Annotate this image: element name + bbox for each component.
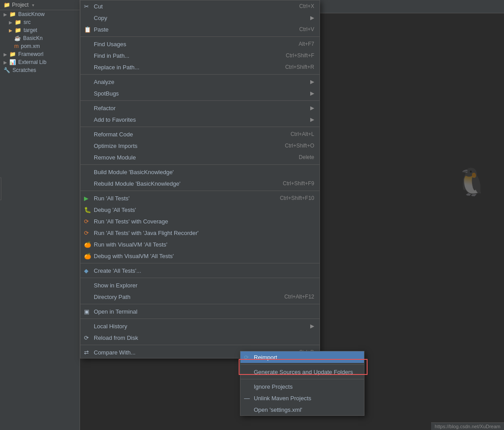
url-bar: https://blog.csdn.net/XuDream [431,422,504,430]
menu-label: SpotBugs [94,90,119,97]
paste-icon: 📋 [84,26,91,33]
remove-shortcut: Delete [299,154,314,160]
menu-label: Cut [94,3,103,10]
src-folder-icon: 📁 [15,19,21,25]
terminal-icon: ▣ [84,308,89,315]
menu-item-cut[interactable]: ✂ Cut Ctrl+X [80,0,320,12]
menu-item-reload-disk[interactable]: ⟳ Reload from Disk [80,332,320,343]
submenu-label: Open 'settings.xml' [254,406,302,413]
context-menu: ✂ Cut Ctrl+X Copy ▶ 📋 Paste Ctrl+V Find … [80,0,320,358]
expand-arrow: ▶ [4,52,7,57]
submenu-item-reimport[interactable]: ⟳ Reimport [240,351,364,363]
sidebar-item-basicknow[interactable]: ▶ 📁 BasicKnow [0,10,80,18]
divider-3 [80,100,320,101]
sidebar-item-framework[interactable]: ▶ 📁 Frameworl [0,50,80,58]
menu-item-rebuild-module[interactable]: Rebuild Module 'BasicKnowledge' Ctrl+Shi… [80,178,320,189]
menu-label: Compare With... [94,349,136,356]
sidebar-item-label: src [24,19,31,25]
menu-item-create-tests[interactable]: ◆ Create 'All Tests'... [80,265,320,276]
structure-side-tab[interactable]: Structure [0,178,1,200]
menu-item-spotbugs[interactable]: SpotBugs ▶ [80,88,320,99]
maven-icon: m [14,43,19,49]
menu-label: Local History [94,323,127,330]
menu-item-directory-path[interactable]: Directory Path Ctrl+Alt+F12 [80,291,320,303]
menu-label: Run 'All Tests' with 'Java Flight Record… [94,230,199,236]
sidebar-item-scratches[interactable]: 🔧 Scratches [0,66,80,74]
dir-path-shortcut: Ctrl+Alt+F12 [284,294,314,300]
menu-item-find-usages[interactable]: Find Usages Alt+F7 [80,38,320,50]
divider-1 [80,36,320,37]
reimport-icon: ⟳ [244,354,249,361]
reformat-shortcut: Ctrl+Alt+L [291,131,314,137]
dropdown-arrow[interactable]: ▾ [32,3,34,8]
menu-item-show-explorer[interactable]: Show in Explorer [80,279,320,291]
menu-label: Rebuild Module 'BasicKnowledge' [94,180,180,187]
folder-icon: 📁 [9,11,16,17]
sidebar-item-label: Frameworl [18,51,44,57]
menu-label: Run 'All Tests' with Coverage [94,218,168,225]
menu-label: Paste [94,26,108,33]
visualvm2-icon: 🍊 [84,253,91,259]
decorative-mascot: 🐧 [455,169,491,204]
menu-label: Debug 'All Tests' [94,207,136,213]
menu-item-refactor[interactable]: Refactor ▶ [80,102,320,114]
replace-path-shortcut: Ctrl+Shift+R [285,64,314,70]
menu-item-debug-tests[interactable]: 🐛 Debug 'All Tests' [80,204,320,215]
divider-7 [80,263,320,263]
menu-label: Optimize Imports [94,143,137,149]
menu-item-local-history[interactable]: Local History ▶ [80,320,320,332]
expand-arrow-open: ▶ [9,28,12,33]
cut-icon: ✂ [84,3,89,10]
menu-item-copy[interactable]: Copy ▶ [80,12,320,24]
menu-item-analyze[interactable]: Analyze ▶ [80,76,320,88]
sidebar-item-label: target [24,27,37,33]
menu-label: Refactor [94,105,116,111]
menu-item-reformat[interactable]: Reformat Code Ctrl+Alt+L [80,128,320,140]
menu-label: Reload from Disk [94,334,138,341]
submenu-item-ignore[interactable]: Ignore Projects [240,381,364,392]
sidebar-item-target[interactable]: ▶ 📁 target [0,26,80,34]
menu-item-replace-in-path[interactable]: Replace in Path... Ctrl+Shift+R [80,61,320,73]
menu-label: Add to Favorites [94,116,136,123]
sidebar-item-src[interactable]: ▶ 📁 src [0,18,80,26]
menu-item-open-terminal[interactable]: ▣ Open in Terminal [80,306,320,317]
menu-label: Show in Explorer [94,282,137,289]
sidebar-item-basickn[interactable]: ☕ BasicKn [0,34,80,42]
sidebar-item-pomxml[interactable]: m pom.xm [0,42,80,50]
submenu-divider-2 [240,379,364,379]
arrow-icon: ▶ [310,105,314,111]
sidebar-item-label: Scratches [12,67,36,73]
menu-label: Analyze [94,79,114,85]
menu-item-run-flight[interactable]: ⟳ Run 'All Tests' with 'Java Flight Reco… [80,227,320,239]
arrow-icon: ▶ [310,79,314,85]
menu-item-run-tests[interactable]: ▶ Run 'All Tests' Ctrl+Shift+F10 [80,192,320,204]
sidebar-item-external-lib[interactable]: ▶ 📊 External Lib [0,58,80,66]
submenu-divider-1 [240,364,364,365]
menu-item-find-in-path[interactable]: Find in Path... Ctrl+Shift+F [80,50,320,61]
submenu-item-open-settings[interactable]: Open 'settings.xml' [240,404,364,415]
submenu-item-unlink[interactable]: — Unlink Maven Projects [240,392,364,404]
run-icon: ▶ [84,195,88,202]
menu-item-optimize-imports[interactable]: Optimize Imports Ctrl+Shift+O [80,140,320,151]
menu-item-paste[interactable]: 📋 Paste Ctrl+V [80,24,320,35]
arrow-icon: ▶ [310,116,314,123]
menu-label: Reformat Code [94,131,133,138]
lib-icon: 📊 [9,59,16,65]
divider-9 [80,304,320,304]
submenu-item-generate-sources[interactable]: Generate Sources and Update Folders [240,366,364,378]
menu-item-debug-visualvm[interactable]: 🍊 Debug with VisualVM 'All Tests' [80,250,320,262]
menu-item-run-coverage[interactable]: ⟳ Run 'All Tests' with Coverage [80,215,320,227]
menu-item-run-visualvm[interactable]: 🍊 Run with VisualVM 'All Tests' [80,239,320,250]
expand-arrow: ▶ [4,12,7,17]
menu-label: Find in Path... [94,52,129,59]
menu-item-remove-module[interactable]: Remove Module Delete [80,151,320,163]
divider-5 [80,164,320,165]
arrow-icon: ▶ [310,15,314,21]
create-icon: ◆ [84,267,88,274]
menu-label: Directory Path [94,294,130,300]
menu-item-add-favorites[interactable]: Add to Favorites ▶ [80,114,320,125]
url-text: https://blog.csdn.net/XuDream [435,424,500,429]
sidebar-title: 📁 Project ▾ [0,0,80,10]
menu-item-build-module[interactable]: Build Module 'BasicKnowledge' [80,166,320,178]
find-usages-shortcut: Alt+F7 [299,41,314,47]
